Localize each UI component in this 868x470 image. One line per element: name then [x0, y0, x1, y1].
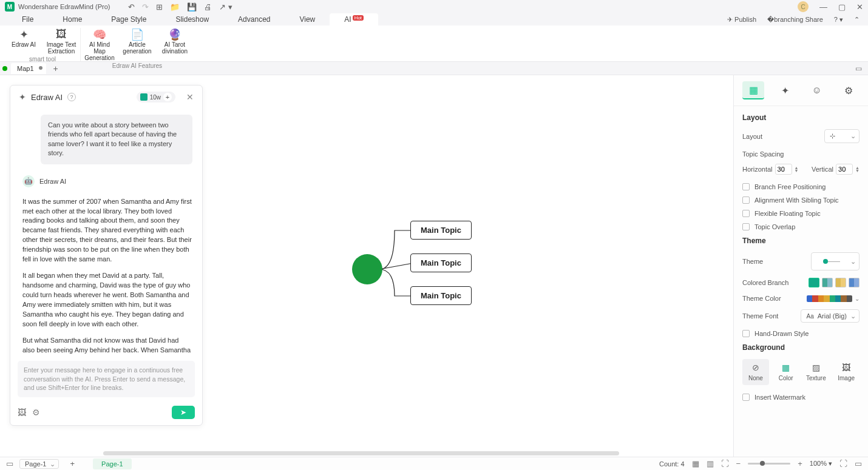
share-button[interactable]: �branching Share [767, 16, 823, 24]
theme-color-bar[interactable] [807, 295, 852, 302]
layout-select[interactable]: ⊹ [824, 129, 860, 143]
fit-all-icon[interactable]: ⛶ [721, 459, 729, 468]
check-watermark[interactable]: Insert Watermark [742, 394, 860, 401]
add-tab-icon[interactable]: + [53, 64, 58, 73]
horizontal-scrollbar[interactable] [103, 451, 619, 455]
menu-page-style[interactable]: Page Style [97, 13, 161, 25]
token-counter[interactable]: 10w + [137, 92, 175, 102]
bg-texture[interactable]: ▨Texture [803, 359, 830, 385]
stepper-arrows[interactable]: ▲▼ [795, 166, 799, 172]
rp-tab-settings[interactable]: ⚙ [838, 81, 860, 99]
redo-icon[interactable]: ↷ [142, 2, 149, 12]
bg-none[interactable]: ⊘None [742, 359, 769, 385]
bg-color[interactable]: ▦Color [773, 359, 799, 385]
node-count: Count: 4 [659, 460, 685, 468]
menu-advanced[interactable]: Advanced [223, 13, 285, 25]
ribbon-image-text[interactable]: 🖼 Image Text Extraction [45, 28, 78, 55]
article-icon: 📄 [131, 28, 144, 40]
outline-icon[interactable]: ▭ [6, 459, 13, 468]
rp-tab-layout[interactable]: ▦ [742, 81, 764, 99]
theme-preview-icon [816, 255, 847, 267]
check-hand-drawn[interactable]: Hand-Drawn Style [742, 330, 860, 337]
mindmap-topic[interactable]: Main Topic [410, 221, 472, 240]
open-icon[interactable]: 📁 [170, 2, 180, 12]
publish-button[interactable]: ✈ Publish [727, 16, 756, 24]
tarot-icon: 🔮 [168, 28, 181, 40]
ai-reply: It was the summer of 2007 when Samantha … [22, 197, 192, 356]
check-alignment[interactable]: Alignment With Sibling Topic [742, 196, 860, 204]
zoom-slider[interactable] [748, 463, 790, 465]
help-icon[interactable]: ? ▾ [834, 16, 843, 24]
check-flexible[interactable]: Flexible Floating Topic [742, 210, 860, 217]
rp-tab-style[interactable]: ✦ [774, 81, 796, 99]
doc-tab-close-icon[interactable] [39, 66, 42, 70]
zoom-out-icon[interactable]: − [736, 459, 741, 468]
collapse-ribbon-icon[interactable]: ⌃ [854, 16, 860, 24]
mindmap-topic[interactable]: Main Topic [410, 286, 472, 305]
ai-avatar-icon: 🤖 [22, 175, 35, 187]
menu-view[interactable]: View [285, 13, 330, 25]
branch-swatch[interactable] [835, 278, 846, 287]
horizontal-spacing-input[interactable] [775, 164, 792, 175]
panel-toggle-icon[interactable]: ▭ [855, 64, 862, 73]
user-avatar[interactable]: C [798, 1, 809, 12]
undo-icon[interactable]: ↶ [128, 2, 135, 12]
check-branch-free[interactable]: Branch Free Positioning [742, 183, 860, 190]
ribbon-edraw-ai[interactable]: ✦ Edraw AI [7, 28, 40, 55]
theme-font-select[interactable]: Aa Arial (Big) [801, 309, 860, 323]
fullscreen-icon[interactable]: ⛶ [839, 459, 847, 468]
ribbon-tarot[interactable]: 🔮 AI Tarot divination [158, 28, 191, 61]
vertical-spacing-input[interactable] [836, 164, 853, 175]
rp-tab-icon[interactable]: ☺ [806, 81, 828, 99]
ai-input[interactable]: Enter your message here to engage in a c… [18, 361, 195, 397]
save-icon[interactable]: 💾 [187, 2, 197, 12]
present-icon[interactable]: ▭ [855, 459, 862, 468]
zoom-in-icon[interactable]: + [798, 459, 802, 468]
layout-preview-icon: ⊹ [830, 132, 835, 140]
add-page-icon[interactable]: + [70, 459, 75, 468]
branch-swatch[interactable] [822, 278, 833, 287]
ai-mindmap-icon[interactable]: ⚙ [32, 408, 40, 417]
ai-send-button[interactable]: ➤ [172, 406, 195, 419]
stepper-arrows[interactable]: ▲▼ [855, 166, 860, 172]
menu-slideshow[interactable]: Slideshow [161, 13, 223, 25]
image-text-icon: 🖼 [56, 28, 67, 40]
ai-panel: ✦ Edraw AI ? 10w + ✕ Can you write about… [10, 85, 203, 426]
page-select[interactable]: Page-1 [19, 459, 59, 469]
page-tab[interactable]: Page-1 [93, 458, 131, 469]
ai-help-icon[interactable]: ? [67, 93, 76, 101]
new-icon[interactable]: ⊞ [156, 2, 163, 12]
ai-sparkle-icon: ✦ [19, 92, 26, 102]
minimize-icon[interactable]: — [819, 2, 827, 12]
canvas[interactable]: ✦ Edraw AI ? 10w + ✕ Can you write about… [0, 75, 733, 457]
ribbon-ai-mindmap[interactable]: 🧠 AI Mind Map Generation [83, 28, 116, 61]
ai-image-icon[interactable]: 🖼 [18, 408, 26, 417]
menu-home[interactable]: Home [48, 13, 97, 25]
bg-image[interactable]: 🖼Image [833, 359, 860, 385]
texture-icon: ▨ [812, 363, 820, 372]
zoom-level[interactable]: 100% ▾ [810, 460, 832, 468]
theme-select[interactable] [811, 252, 860, 270]
doc-tab[interactable]: Map1 [11, 63, 46, 74]
fit-width-icon[interactable]: ▥ [707, 459, 714, 468]
ai-panel-title: Edraw AI [31, 93, 63, 102]
export-icon[interactable]: ↗ ▾ [219, 2, 232, 12]
branch-swatch[interactable] [809, 278, 819, 287]
token-gem-icon [140, 93, 147, 101]
check-overlap[interactable]: Topic Overlap [742, 223, 860, 230]
color-icon: ▦ [782, 363, 790, 372]
print-icon[interactable]: 🖨 [204, 2, 212, 12]
sparkle-icon: ✦ [19, 28, 29, 40]
maximize-icon[interactable]: ▢ [838, 2, 846, 12]
ribbon-article-gen[interactable]: 📄 Article generation [121, 28, 154, 61]
menu-ai[interactable]: AIHot [330, 13, 378, 25]
branch-swatch[interactable] [849, 278, 860, 287]
mindmap-topic[interactable]: Main Topic [410, 253, 472, 272]
fit-page-icon[interactable]: ▦ [692, 459, 699, 468]
chevron-down-icon[interactable]: ⌄ [855, 295, 860, 302]
token-add-icon[interactable]: + [163, 93, 172, 101]
menu-file[interactable]: File [7, 13, 48, 25]
close-icon[interactable]: ✕ [856, 2, 863, 12]
mindmap-root[interactable] [352, 254, 382, 284]
ai-close-icon[interactable]: ✕ [186, 92, 194, 102]
